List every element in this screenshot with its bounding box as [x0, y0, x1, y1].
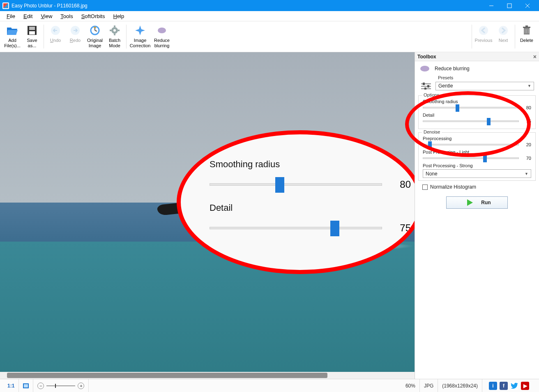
- options-group: Options Smoothing radius 80 Detail 75: [418, 95, 536, 129]
- svg-point-22: [479, 26, 488, 35]
- svg-marker-20: [135, 25, 145, 35]
- slider-value: 20: [522, 142, 531, 147]
- toolbar-label: Batch Mode: [105, 38, 124, 48]
- toolbar-label: Add File(s)...: [2, 38, 22, 48]
- sliders-icon: [420, 81, 432, 90]
- svg-rect-36: [424, 88, 426, 90]
- batch-mode-button[interactable]: Batch Mode: [105, 22, 124, 51]
- svg-rect-8: [29, 31, 35, 35]
- normalize-label: Normalize Histogram: [430, 184, 476, 190]
- zoom-out-icon[interactable]: −: [37, 383, 44, 389]
- floppy-icon: [25, 24, 39, 37]
- menu-edit[interactable]: Edit: [20, 12, 36, 21]
- checkbox-icon: [422, 184, 428, 190]
- presets-label: Presets: [438, 75, 534, 80]
- twitter-icon[interactable]: [510, 382, 518, 390]
- slider-value: 70: [522, 156, 531, 161]
- slider-label: Post Processing - Light: [423, 150, 531, 154]
- image-correction-button[interactable]: Image Correction: [128, 22, 152, 51]
- svg-point-15: [113, 29, 116, 32]
- svg-rect-7: [29, 27, 35, 30]
- blur-icon: [155, 24, 168, 37]
- previous-button[interactable]: Previous: [474, 22, 493, 51]
- menu-help[interactable]: Help: [110, 12, 127, 21]
- next-button[interactable]: Next: [493, 22, 513, 51]
- menu-softorbits[interactable]: SoftOrbits: [78, 12, 108, 21]
- revert-icon: [88, 24, 101, 37]
- presets-combo[interactable]: Gentle ▼: [435, 82, 534, 90]
- add-files-button[interactable]: Add File(s)...: [2, 22, 22, 51]
- horizontal-scrollbar[interactable]: [0, 372, 415, 379]
- facebook-icon[interactable]: f: [500, 382, 508, 390]
- slider-value: 80: [522, 105, 531, 110]
- svg-rect-34: [423, 83, 425, 85]
- toolbar: Add File(s)... Save as... Undo Redo Orig…: [0, 21, 539, 52]
- menu-tools[interactable]: Tools: [57, 12, 76, 21]
- slider-value: 75: [522, 119, 531, 124]
- callout-detail-value: 75: [394, 222, 411, 234]
- callout-detail-label: Detail: [210, 203, 411, 213]
- play-arrow-icon: [467, 199, 473, 206]
- toolbar-label: Redo: [70, 38, 81, 43]
- previous-icon: [477, 24, 490, 37]
- ratio-button[interactable]: 1:1: [3, 379, 19, 392]
- slider-label: Smoothing radius: [423, 99, 531, 104]
- toolbar-label: Reduce blurring: [152, 38, 172, 48]
- close-button[interactable]: [518, 0, 537, 11]
- svg-point-23: [499, 26, 508, 35]
- svg-point-21: [158, 28, 166, 33]
- svg-rect-1: [507, 4, 511, 8]
- poststrong-label: Post Processing - Strong: [423, 163, 531, 168]
- chevron-down-icon: ▼: [525, 172, 528, 176]
- slider-label: Preprocessing: [423, 136, 531, 141]
- poststrong-value: None: [426, 171, 438, 177]
- delete-button[interactable]: Delete: [517, 22, 537, 51]
- youtube-icon[interactable]: ▶: [521, 382, 529, 390]
- file-format: JPG: [420, 379, 438, 392]
- zoom-in-icon[interactable]: +: [78, 383, 84, 389]
- fit-window-button[interactable]: [19, 379, 33, 392]
- menu-file[interactable]: File: [3, 12, 18, 21]
- toolbox-panel: Toolbox × Reduce blurring Presets Gentle…: [415, 52, 539, 379]
- callout-detail-slider: 75: [210, 220, 411, 236]
- chevron-down-icon: ▼: [527, 84, 531, 88]
- info-icon[interactable]: i: [489, 382, 497, 390]
- zoom-percent: 60%: [401, 379, 420, 392]
- normalize-histogram-checkbox[interactable]: Normalize Histogram: [415, 182, 539, 193]
- callout-smoothing-slider: 80: [210, 176, 411, 193]
- svg-marker-5: [7, 30, 18, 35]
- postprocessing-light-slider[interactable]: Post Processing - Light 70: [423, 150, 531, 161]
- zoom-controls[interactable]: − +: [33, 379, 89, 392]
- toolbox-close-icon[interactable]: ×: [533, 53, 537, 60]
- detail-slider[interactable]: Detail 75: [423, 113, 531, 124]
- toolbox-section-label: Reduce blurring: [435, 66, 470, 71]
- trash-icon: [520, 24, 533, 37]
- zoom-slider[interactable]: [46, 385, 75, 386]
- preprocessing-slider[interactable]: Preprocessing 20: [423, 136, 531, 147]
- run-button[interactable]: Run: [446, 196, 508, 209]
- presets-value: Gentle: [438, 83, 453, 89]
- folder-open-icon: [6, 24, 19, 37]
- poststrong-combo[interactable]: None ▼: [423, 169, 531, 178]
- sparkle-icon: [134, 24, 147, 37]
- save-as-button[interactable]: Save as...: [22, 22, 42, 51]
- window-title: Easy Photo Unblur - P1160168.jpg: [12, 3, 482, 9]
- maximize-button[interactable]: [500, 0, 518, 11]
- svg-rect-26: [525, 25, 528, 27]
- denoise-group: Denoise Preprocessing 20 Post Processing…: [418, 132, 536, 181]
- reduce-blurring-button[interactable]: Reduce blurring: [152, 22, 172, 51]
- callout-smoothing-value: 80: [394, 179, 411, 190]
- undo-icon: [49, 24, 62, 37]
- image-canvas[interactable]: Smoothing radius 80 Detail 75: [0, 52, 415, 379]
- redo-icon: [69, 24, 82, 37]
- toolbar-label: Original Image: [85, 38, 105, 48]
- original-image-button[interactable]: Original Image: [85, 22, 105, 51]
- next-icon: [497, 24, 510, 37]
- redo-button[interactable]: Redo: [65, 22, 85, 51]
- smoothing-radius-slider[interactable]: Smoothing radius 80: [423, 99, 531, 110]
- menu-view[interactable]: View: [37, 12, 55, 21]
- toolbar-label: Image Correction: [128, 38, 152, 48]
- undo-button[interactable]: Undo: [46, 22, 65, 51]
- toolbar-label: Save as...: [22, 38, 42, 48]
- minimize-button[interactable]: [482, 0, 500, 11]
